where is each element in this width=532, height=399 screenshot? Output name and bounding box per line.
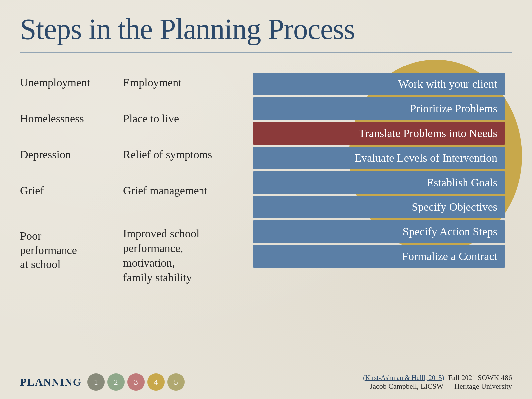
problem-poor-performance: Poorperformanceat school xyxy=(20,224,93,277)
need-relief: Relief of symptoms xyxy=(123,141,253,168)
slide-title: Steps in the Planning Process xyxy=(20,13,512,46)
slide: Steps in the Planning Process Unemployme… xyxy=(0,0,532,399)
step-circle-1[interactable]: 1 xyxy=(87,373,105,391)
course-label: Fall 2021 SOWK 486 xyxy=(448,373,512,382)
needs-column: Employment Place to live Relief of sympt… xyxy=(120,69,253,285)
footer-left: PLANNING 1 2 3 4 5 xyxy=(20,373,185,391)
steps-list: Work with your client Prioritize Problem… xyxy=(253,69,512,268)
planning-label: PLANNING xyxy=(20,376,82,388)
step-circle-5[interactable]: 5 xyxy=(167,373,185,391)
need-school-performance: Improved schoolperformance,motivation,fa… xyxy=(123,224,253,285)
problems-needs-section: Unemployment Homelessness Depression Gri… xyxy=(20,69,253,285)
need-place-to-live: Place to live xyxy=(123,105,253,132)
step-circle-2[interactable]: 2 xyxy=(107,373,125,391)
divider xyxy=(20,52,512,53)
step-circle-3[interactable]: 3 xyxy=(127,373,145,391)
step-work-with-client: Work with your client xyxy=(253,73,505,95)
step-prioritize-problems: Prioritize Problems xyxy=(253,97,505,120)
need-grief-management: Grief management xyxy=(123,177,253,204)
main-content: Unemployment Homelessness Depression Gri… xyxy=(20,69,512,302)
need-employment: Employment xyxy=(123,69,253,96)
problem-homelessness: Homelessness xyxy=(20,105,93,132)
footer: PLANNING 1 2 3 4 5 (Kirst-Ashman & Hulll… xyxy=(20,373,512,391)
problem-depression: Depression xyxy=(20,141,93,168)
step-translate-problems: Translate Problems into Needs xyxy=(253,122,505,145)
instructor-label: Jacob Campbell, LICSW — Heritage Univers… xyxy=(363,382,512,391)
problem-grief: Grief xyxy=(20,177,93,204)
step-specify-action-steps: Specify Action Steps xyxy=(253,220,505,243)
step-circle-4[interactable]: 4 xyxy=(147,373,165,391)
step-evaluate-levels: Evaluate Levels of Intervention xyxy=(253,147,505,169)
step-establish-goals: Establish Goals xyxy=(253,171,505,194)
step-formalize-contract: Formalize a Contract xyxy=(253,245,505,268)
arrows-column xyxy=(93,69,120,285)
step-circles: 1 2 3 4 5 xyxy=(87,373,185,391)
steps-section: Work with your client Prioritize Problem… xyxy=(253,69,512,302)
step-specify-objectives: Specify Objectives xyxy=(253,196,505,218)
problem-unemployment: Unemployment xyxy=(20,69,93,96)
footer-right: (Kirst-Ashman & Hulll, 2015) Fall 2021 S… xyxy=(363,373,512,391)
citation-link[interactable]: (Kirst-Ashman & Hulll, 2015) xyxy=(363,374,444,381)
problems-column: Unemployment Homelessness Depression Gri… xyxy=(20,69,93,285)
